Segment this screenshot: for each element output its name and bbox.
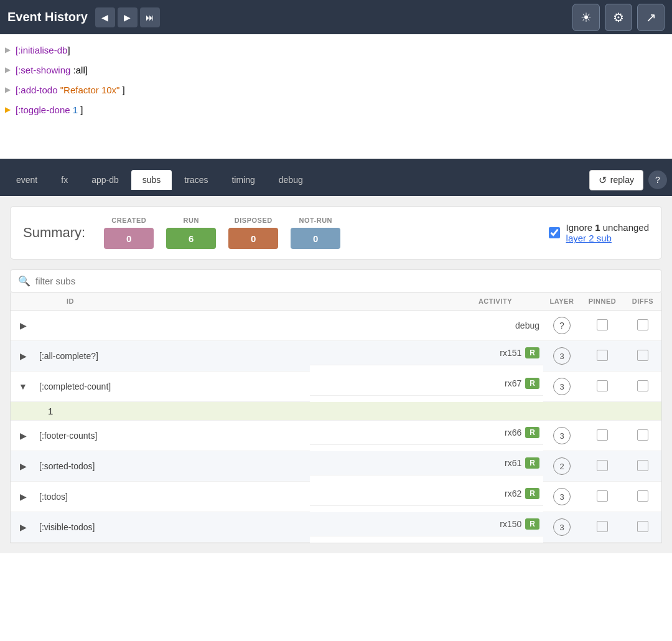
active-arrow: ▶ (5, 104, 11, 116)
nav-prev-button[interactable]: ◀ (95, 7, 115, 27)
col-header-diffs: DIFFS (624, 292, 661, 311)
header-icons: ☀ ⚙ ↗ (572, 4, 665, 31)
row-expand-arrow[interactable]: ▼ (11, 372, 35, 402)
event-text: [:initialise-db] (16, 43, 70, 58)
table-row: ▼ [:completed-count] rx67 R 3 (11, 372, 661, 402)
row-expand-arrow[interactable]: ▶ (11, 451, 35, 482)
r-badge: R (525, 518, 539, 530)
list-item[interactable]: ▶ [:initialise-db] (0, 40, 672, 60)
col-header-layer: LAYER (543, 292, 581, 311)
summary-box: Summary: CREATED 0 RUN 6 DISPOSED 0 NOT-… (10, 206, 662, 260)
summary-stats: CREATED 0 RUN 6 DISPOSED 0 NOT-RUN 0 (104, 217, 340, 249)
row-pinned-cell (581, 311, 624, 341)
replay-label: replay (610, 175, 634, 185)
expand-arrow: ▶ (5, 64, 11, 76)
sun-icon-button[interactable]: ☀ (572, 4, 600, 31)
row-layer-cell: 2 (543, 451, 581, 482)
row-diffs-cell (624, 512, 661, 543)
col-header-activity: ACTIVITY (310, 292, 543, 311)
r-badge: R (525, 378, 539, 389)
row-layer-cell: 3 (543, 482, 581, 512)
table-row: ▶ [:all-complete?] rx151 R 3 (11, 341, 661, 372)
list-item[interactable]: ▶ [:toggle-done 1 ] (0, 100, 672, 120)
row-diffs-cell (624, 421, 661, 451)
pinned-checkbox[interactable] (597, 460, 608, 471)
row-rx-cell: debug (310, 311, 543, 341)
event-list: ▶ [:initialise-db] ▶ [:set-showing :all]… (0, 34, 672, 159)
diffs-checkbox[interactable] (637, 350, 648, 361)
row-expand-arrow[interactable]: ▶ (11, 341, 35, 372)
r-badge: R (525, 427, 539, 438)
nav-next-button[interactable]: ▶ (118, 7, 138, 27)
list-item[interactable]: ▶ [:set-showing :all] (0, 60, 672, 80)
external-icon-button[interactable]: ↗ (637, 4, 665, 31)
pinned-checkbox[interactable] (597, 429, 608, 441)
summary-label: Summary: (23, 225, 85, 241)
table-row: ▶ [:footer-counts] rx66 R 3 (11, 421, 661, 451)
tab-debug[interactable]: debug (268, 170, 314, 190)
filter-input[interactable] (35, 276, 654, 286)
row-id-cell: [:visible-todos] (35, 512, 310, 543)
replay-button[interactable]: ↺ replay (589, 170, 643, 190)
stat-run: RUN 6 (166, 217, 216, 249)
pinned-checkbox[interactable] (597, 521, 608, 532)
row-id-cell: [:completed-count] (35, 372, 310, 402)
row-pinned-cell (581, 451, 624, 482)
row-rx-cell: rx62 R (310, 482, 543, 506)
ignore-checkbox[interactable] (549, 227, 560, 238)
help-button[interactable]: ? (648, 171, 667, 189)
tab-traces[interactable]: traces (173, 170, 219, 190)
row-id-cell: [:footer-counts] (35, 421, 310, 451)
disposed-badge: 0 (228, 228, 278, 249)
row-layer-cell: 3 (543, 372, 581, 402)
layer-circle: 3 (553, 488, 571, 505)
gear-icon-button[interactable]: ⚙ (605, 4, 632, 31)
list-item[interactable]: ▶ [:add-todo "Refactor 10x" ] (0, 80, 672, 100)
row-expand-arrow[interactable]: ▶ (11, 482, 35, 512)
row-rx-cell: rx151 R (310, 341, 543, 365)
col-header-id: ID (35, 292, 310, 311)
tab-fx[interactable]: fx (50, 170, 79, 190)
pinned-checkbox[interactable] (597, 490, 608, 502)
created-badge: 0 (104, 228, 154, 249)
r-badge: R (525, 488, 539, 499)
diffs-checkbox[interactable] (637, 490, 648, 502)
row-diffs-cell (624, 451, 661, 482)
row-expand-arrow[interactable]: ▶ (11, 311, 35, 341)
diffs-checkbox[interactable] (637, 429, 648, 441)
row-pinned-cell (581, 482, 624, 512)
diffs-checkbox[interactable] (637, 319, 648, 330)
app-header: Event History ◀ ▶ ⏭ ☀ ⚙ ↗ (0, 0, 672, 34)
subs-table-wrapper: ID ACTIVITY LAYER PINNED DIFFS ▶ debug ? (10, 292, 662, 543)
row-id-cell (35, 311, 310, 341)
r-badge: R (525, 457, 539, 469)
row-pinned-cell (581, 341, 624, 372)
tab-subs[interactable]: subs (131, 170, 172, 190)
table-row: ▶ debug ? (11, 311, 661, 341)
row-expand-arrow[interactable]: ▶ (11, 512, 35, 543)
row-rx-cell: rx66 R (310, 421, 543, 445)
layer-circle: 2 (553, 457, 571, 475)
pinned-checkbox[interactable] (597, 319, 608, 330)
diffs-checkbox[interactable] (637, 521, 648, 532)
tab-timing[interactable]: timing (220, 170, 266, 190)
table-row: ▶ [:todos] rx62 R 3 (11, 482, 661, 512)
row-expand-arrow[interactable]: ▶ (11, 421, 35, 451)
nav-last-button[interactable]: ⏭ (140, 7, 160, 27)
diffs-checkbox[interactable] (637, 380, 648, 391)
event-text: [:set-showing :all] (16, 63, 88, 78)
pinned-checkbox[interactable] (597, 380, 608, 391)
tab-event[interactable]: event (5, 170, 49, 190)
row-id-cell: [:todos] (35, 482, 310, 512)
tab-app-db[interactable]: app-db (80, 170, 130, 190)
layer-circle: 3 (553, 347, 571, 365)
filter-bar: 🔍 (10, 269, 662, 292)
stat-created: CREATED 0 (104, 217, 154, 249)
diffs-checkbox[interactable] (637, 460, 648, 471)
main-content: Summary: CREATED 0 RUN 6 DISPOSED 0 NOT-… (0, 196, 672, 553)
pinned-checkbox[interactable] (597, 350, 608, 361)
layer-circle: 3 (553, 378, 571, 395)
row-pinned-cell (581, 512, 624, 543)
layer-circle: 3 (553, 518, 571, 536)
ignore-link[interactable]: layer 2 sub (566, 233, 612, 243)
